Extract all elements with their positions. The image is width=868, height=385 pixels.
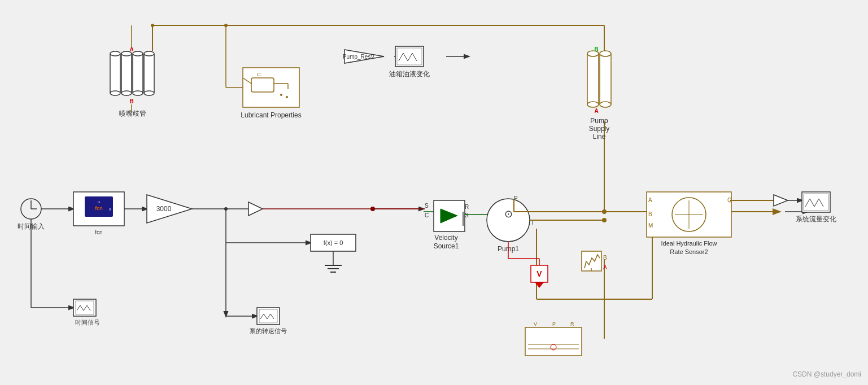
svg-rect-86 xyxy=(600,54,611,104)
svg-rect-63 xyxy=(144,54,154,93)
svg-text:fcn: fcn xyxy=(95,205,103,211)
svg-text:Rate Sensor2: Rate Sensor2 xyxy=(670,248,708,255)
svg-text:P: P xyxy=(514,195,518,202)
svg-text:S: S xyxy=(425,203,429,209)
svg-point-85 xyxy=(587,102,599,107)
svg-text:M: M xyxy=(648,222,653,229)
svg-point-59 xyxy=(121,91,132,95)
svg-text:u: u xyxy=(98,200,100,204)
svg-text:C: C xyxy=(425,212,429,218)
svg-text:Ideal Hydraulic Flow: Ideal Hydraulic Flow xyxy=(661,240,717,247)
svg-rect-54 xyxy=(110,54,120,93)
svg-text:Velocity: Velocity xyxy=(434,234,457,242)
svg-text:fcn: fcn xyxy=(95,229,102,235)
svg-text:Pump_ResV: Pump_ResV xyxy=(343,54,374,60)
svg-text:时间信号: 时间信号 xyxy=(75,319,100,326)
svg-point-149 xyxy=(602,218,607,222)
svg-text:V: V xyxy=(536,269,542,278)
svg-text:V: V xyxy=(534,321,537,327)
svg-text:S: S xyxy=(465,212,469,218)
svg-point-75 xyxy=(280,94,282,96)
svg-text:Pump: Pump xyxy=(590,117,608,125)
svg-text:Supply: Supply xyxy=(589,125,610,133)
svg-text:P: P xyxy=(552,321,556,327)
svg-text:B: B xyxy=(648,211,652,217)
svg-text:A: A xyxy=(594,108,598,114)
svg-rect-81 xyxy=(397,48,422,65)
svg-text:B: B xyxy=(129,98,133,104)
svg-point-65 xyxy=(144,91,154,95)
svg-text:B: B xyxy=(594,46,598,53)
svg-text:Lubricant Properties: Lubricant Properties xyxy=(241,111,301,119)
svg-rect-142 xyxy=(804,194,828,211)
svg-rect-57 xyxy=(121,54,132,93)
svg-text:系统流量变化: 系统流量变化 xyxy=(796,215,836,223)
svg-text:Line: Line xyxy=(593,133,606,141)
diagram-container: u fcn y 3000 f(x) = 0 xyxy=(0,0,868,385)
svg-text:时间输入: 时间输入 xyxy=(18,222,45,230)
svg-point-87 xyxy=(600,51,611,56)
svg-text:Source1: Source1 xyxy=(434,242,459,250)
svg-point-104 xyxy=(487,199,530,242)
svg-text:B: B xyxy=(603,255,607,261)
watermark: CSDN @studyer_domi xyxy=(792,370,861,378)
svg-point-152 xyxy=(224,24,228,27)
svg-point-61 xyxy=(133,51,143,56)
svg-text:C: C xyxy=(257,72,261,77)
svg-text:3000: 3000 xyxy=(156,205,172,213)
svg-point-56 xyxy=(110,91,120,95)
svg-text:油箱油液变化: 油箱油液变化 xyxy=(389,70,430,78)
svg-point-64 xyxy=(144,51,154,56)
svg-rect-121 xyxy=(525,327,582,356)
svg-text:泵的转速信号: 泵的转速信号 xyxy=(250,327,287,334)
svg-text:喷嘴歧管: 喷嘴歧管 xyxy=(119,110,146,117)
svg-text:R: R xyxy=(570,321,574,327)
svg-text:A: A xyxy=(648,197,652,203)
svg-text:⊙: ⊙ xyxy=(504,208,513,220)
svg-text:R: R xyxy=(465,204,469,210)
svg-point-155 xyxy=(151,24,154,27)
svg-point-62 xyxy=(133,91,143,95)
svg-rect-60 xyxy=(133,54,143,93)
svg-point-76 xyxy=(286,96,288,98)
svg-text:f(x) = 0: f(x) = 0 xyxy=(324,239,343,246)
svg-rect-83 xyxy=(587,54,599,104)
svg-point-55 xyxy=(110,51,120,56)
svg-point-88 xyxy=(600,102,611,107)
svg-text:y: y xyxy=(109,207,111,211)
svg-text:A: A xyxy=(603,264,607,270)
